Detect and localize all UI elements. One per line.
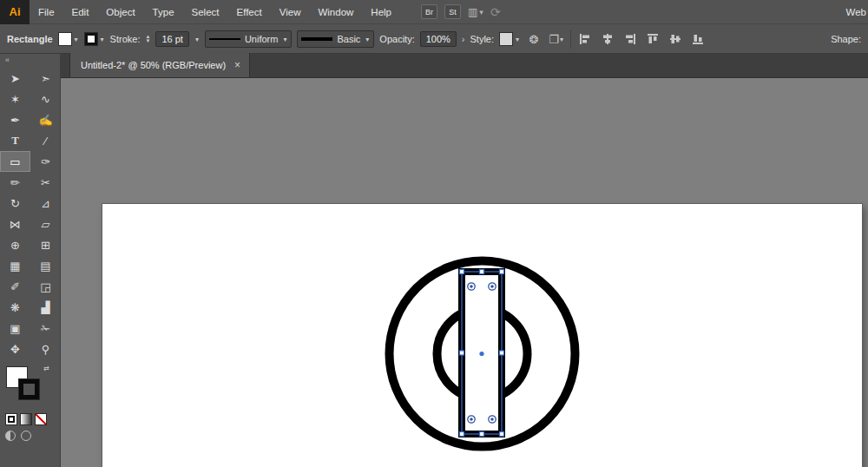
- stock-button[interactable]: St: [444, 4, 461, 19]
- color-button[interactable]: [5, 413, 17, 425]
- shape-builder-tool[interactable]: ⊕: [0, 234, 30, 255]
- brush-value: Basic: [337, 34, 360, 44]
- free-transform-tool[interactable]: ▱: [30, 214, 61, 234]
- menu-file[interactable]: File: [30, 0, 63, 24]
- opacity-input[interactable]: 100%: [420, 31, 457, 47]
- handle-mid-left[interactable]: [460, 351, 464, 355]
- swap-fill-stroke-icon[interactable]: ⇄: [43, 365, 49, 372]
- artboard[interactable]: [102, 204, 862, 467]
- align-center-icon: [602, 33, 614, 45]
- scissors-tool[interactable]: ✂: [30, 172, 61, 193]
- align-left-button[interactable]: [576, 30, 594, 48]
- curvature-tool[interactable]: ✍: [30, 109, 61, 130]
- variable-width-profile-dropdown[interactable]: Uniform ▾: [205, 30, 293, 48]
- menu-edit[interactable]: Edit: [63, 0, 98, 24]
- chevron-down-icon: ▾: [194, 36, 200, 43]
- menu-view[interactable]: View: [271, 0, 310, 24]
- stroke-label: Stroke:: [110, 34, 141, 44]
- blend-tool[interactable]: ◲: [30, 276, 61, 297]
- paintbrush-tool[interactable]: ✑: [30, 151, 61, 172]
- pen-tool[interactable]: ✒: [0, 109, 30, 130]
- direct-selection-tool[interactable]: ➣: [30, 68, 61, 89]
- mesh-tool[interactable]: ▦: [0, 255, 30, 276]
- menu-select[interactable]: Select: [183, 0, 228, 24]
- handle-top-right[interactable]: [500, 270, 504, 274]
- width-profile-preview: [209, 38, 240, 40]
- fill-color-dropdown[interactable]: ▾: [58, 32, 79, 46]
- chevron-down-icon: ▾: [559, 36, 564, 43]
- menu-help[interactable]: Help: [362, 0, 400, 24]
- brush-preview: [301, 37, 332, 41]
- stroke-proxy[interactable]: [18, 378, 40, 400]
- zoom-tool[interactable]: ⚲: [30, 339, 61, 359]
- symbol-sprayer-tool[interactable]: ❋: [0, 297, 30, 318]
- document-tab[interactable]: Untitled-2* @ 50% (RGB/Preview) ×: [69, 53, 250, 77]
- handle-bottom-left[interactable]: [460, 432, 464, 437]
- slice-tool[interactable]: ✁: [30, 318, 61, 339]
- brush-definition-dropdown[interactable]: Basic ▾: [297, 30, 374, 48]
- handle-top-center[interactable]: [480, 270, 484, 274]
- type-tool[interactable]: T: [0, 130, 30, 151]
- lasso-tool[interactable]: ∿: [30, 89, 61, 109]
- align-middle-button[interactable]: [667, 30, 684, 48]
- handle-mid-right[interactable]: [500, 351, 504, 355]
- align-right-button[interactable]: [621, 30, 639, 48]
- perspective-grid-tool[interactable]: ⊞: [30, 234, 61, 255]
- stroke-color-dropdown[interactable]: ▾: [84, 32, 105, 46]
- chevron-down-icon: ▾: [365, 36, 370, 43]
- menu-effect[interactable]: Effect: [228, 0, 271, 24]
- chevron-down-icon: ▾: [74, 36, 79, 43]
- screen-mode-icon[interactable]: [21, 431, 31, 441]
- shaper-tool[interactable]: ✏: [0, 172, 30, 193]
- rotate-tool[interactable]: ↻: [0, 193, 30, 214]
- stroke-weight-input[interactable]: 16 pt: [155, 31, 188, 47]
- graphic-style-dropdown[interactable]: ▾: [499, 32, 520, 46]
- line-segment-tool[interactable]: ∕: [30, 130, 61, 151]
- menu-window[interactable]: Window: [309, 0, 362, 24]
- hand-tool[interactable]: ✥: [0, 339, 30, 359]
- eyedropper-tool[interactable]: ✐: [0, 276, 30, 297]
- document-setup-button[interactable]: ❐▾: [548, 30, 565, 48]
- column-graph-tool[interactable]: ▟: [30, 297, 61, 318]
- scale-tool[interactable]: ⊿: [30, 193, 61, 214]
- handle-bottom-right[interactable]: [500, 432, 504, 437]
- gradient-button[interactable]: [20, 413, 32, 425]
- menu-type[interactable]: Type: [144, 0, 183, 24]
- opacity-label: Opacity:: [379, 34, 414, 44]
- width-tool[interactable]: ⋈: [0, 214, 30, 234]
- tools-panel-collapse[interactable]: «: [0, 54, 60, 68]
- align-top-button[interactable]: [644, 30, 661, 48]
- menus: File Edit Object Type Select Effect View…: [30, 0, 400, 24]
- close-icon[interactable]: ×: [234, 59, 240, 71]
- arrange-documents-icon: ▥: [468, 6, 477, 18]
- separator: [570, 30, 571, 49]
- bridge-button[interactable]: Br: [421, 4, 437, 19]
- profile-value: Uniform: [245, 34, 279, 44]
- artboard-tool[interactable]: ▣: [0, 318, 30, 339]
- align-left-icon: [579, 33, 591, 45]
- stroke-weight-stepper[interactable]: ▲ ▼: [145, 35, 150, 43]
- magic-wand-tool[interactable]: ✶: [0, 89, 30, 109]
- recolor-artwork-button[interactable]: ❂: [525, 30, 542, 48]
- arrange-documents-button[interactable]: ▥ ▾: [468, 6, 483, 18]
- rectangle-tool[interactable]: ▭: [0, 151, 30, 172]
- chevron-down-icon: ▾: [479, 8, 483, 16]
- center-point-handle[interactable]: [479, 352, 483, 356]
- workspace-switcher[interactable]: Web: [846, 7, 868, 17]
- opacity-popup-icon[interactable]: ›: [462, 34, 465, 44]
- gradient-tool[interactable]: ▤: [30, 255, 61, 276]
- draw-mode-icon[interactable]: [5, 431, 16, 441]
- menu-object[interactable]: Object: [97, 0, 143, 24]
- active-tool-label: Rectangle: [7, 34, 53, 44]
- style-swatch: [499, 32, 513, 46]
- none-button[interactable]: [35, 413, 47, 425]
- selection-tool[interactable]: ➤: [0, 68, 30, 89]
- align-bottom-icon: [692, 33, 704, 45]
- handle-bottom-center[interactable]: [480, 432, 484, 437]
- align-center-button[interactable]: [599, 30, 616, 48]
- handle-top-left[interactable]: [460, 270, 464, 274]
- document-tab-title: Untitled-2* @ 50% (RGB/Preview): [81, 60, 226, 70]
- align-bottom-button[interactable]: [689, 30, 707, 48]
- chevron-down-icon: ▾: [100, 36, 105, 43]
- sync-icon[interactable]: ⟳: [490, 5, 501, 19]
